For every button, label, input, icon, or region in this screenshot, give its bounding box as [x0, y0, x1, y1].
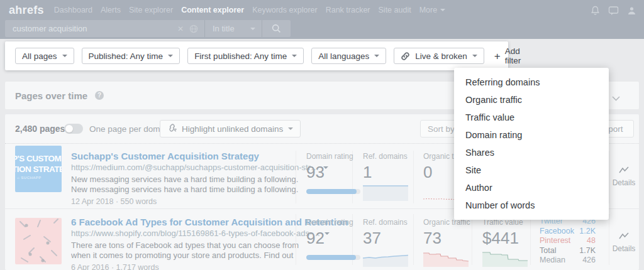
search-bar: customer acquisition ✕ In title [5, 20, 291, 37]
menu-item-shares[interactable]: Shares [454, 144, 609, 161]
menu-item-domain-rating[interactable]: Domain rating [454, 126, 609, 144]
filter-live-broken[interactable]: Live & broken [394, 48, 484, 64]
social-facebook: Facebook1.2K [540, 227, 596, 237]
domain-rating-column: Domain rating 92 [306, 218, 362, 260]
menu-item-site[interactable]: Site [454, 161, 609, 179]
menu-item-number-of-words[interactable]: Number of words [454, 197, 609, 214]
menu-item-traffic-value[interactable]: Traffic value [454, 109, 609, 126]
organic-traffic-value: 73 [423, 229, 479, 247]
filter-language[interactable]: All languages [311, 48, 386, 64]
result-description: New messaging services have a hard time … [71, 175, 301, 195]
one-page-per-domain-toggle[interactable] [64, 124, 83, 134]
search-icon [272, 24, 281, 33]
domain-rating-value: 92 [306, 229, 362, 247]
chevron-down-icon [374, 55, 379, 57]
ref-domains-value: 1 [363, 163, 418, 181]
nav-item-keywords-explorer[interactable]: Keywords explorer [252, 6, 318, 14]
trend-chart-icon [619, 166, 629, 173]
user-icon[interactable] [627, 6, 636, 16]
result-thumbnail[interactable]: P'S CUSTOMERTION STRATEGY ⌂ SUCHAPP [15, 146, 62, 192]
pages-over-time-title: Pages over time [15, 90, 87, 101]
menu-item-referring-domains[interactable]: Referring domains [454, 73, 609, 91]
social-shares-column: Twitter426 Facebook1.2K Pinterest48 Tota… [540, 217, 596, 266]
chevron-down-icon [472, 55, 477, 57]
nav-item-content-explorer[interactable]: Content explorer [181, 6, 244, 14]
broken-link-icon [167, 123, 177, 134]
highlight-unlinked-button[interactable]: Highlight unlinked domains [160, 120, 301, 138]
chevron-down-icon [250, 28, 255, 30]
search-input[interactable]: customer acquisition [5, 24, 177, 33]
social-median: Median426 [540, 256, 596, 266]
ref-domains-sparkline [363, 249, 408, 267]
traffic-value-sparkline [482, 249, 528, 267]
chevron-down-icon [440, 9, 445, 11]
filter-toolbar: All pages Published: Any time First publ… [5, 41, 508, 70]
filter-published[interactable]: Published: Any time [82, 48, 180, 64]
nav-item-site-audit[interactable]: Site audit [379, 6, 411, 14]
clear-search-icon[interactable]: ✕ [177, 24, 184, 33]
chat-icon[interactable] [608, 6, 619, 16]
ref-domains-column: Ref. domains 1 [363, 152, 418, 201]
chevron-down-icon [168, 55, 173, 57]
domain-rating-bar [306, 189, 360, 194]
filter-all-pages[interactable]: All pages [15, 48, 74, 64]
menu-item-author[interactable]: Author [454, 179, 609, 197]
search-button[interactable] [262, 24, 291, 33]
nav-item-alerts[interactable]: Alerts [101, 6, 121, 14]
domain-rating-bar [306, 255, 360, 260]
result-date: 12 Apr 2018 · 550 words [71, 197, 157, 206]
ref-domains-column: Ref. domains 37 [363, 218, 418, 267]
result-date: 6 Apr 2016 · 1,717 words [71, 263, 159, 270]
organic-traffic-sparkline [423, 249, 469, 267]
utensils-pattern [15, 218, 62, 264]
plus-icon: + [494, 51, 501, 62]
globe-icon[interactable] [189, 24, 198, 33]
domain-rating-value: 93 [306, 163, 362, 181]
trend-chart-icon [619, 232, 629, 239]
traffic-value-value: $441 [482, 229, 538, 247]
ahrefs-logo[interactable]: ahrefs [9, 4, 44, 17]
chevron-down-icon [292, 55, 297, 57]
bell-icon[interactable] [591, 6, 600, 16]
domain-rating-column: Domain rating 93 [306, 152, 362, 194]
chevron-down-icon [288, 127, 293, 130]
link-icon [401, 51, 410, 61]
filter-first-published[interactable]: First published: Any time [187, 48, 304, 64]
ref-domains-value: 37 [363, 229, 418, 247]
search-scope-dropdown[interactable]: In title [205, 24, 262, 33]
nav-item-dashboard[interactable]: Dashboard [54, 6, 92, 14]
result-url[interactable]: https://www.shopify.com/blog/115169861-6… [71, 229, 330, 238]
one-page-per-domain-label: One page per domain [89, 124, 172, 134]
add-filter-menu: Referring domains Organic traffic Traffi… [454, 68, 609, 220]
add-filter-button[interactable]: +Add filter [494, 46, 521, 65]
nav-item-more[interactable]: More [419, 6, 445, 14]
details-button[interactable]: Details [609, 230, 639, 253]
result-thumbnail[interactable] [15, 218, 62, 264]
social-pinterest: Pinterest48 [540, 236, 596, 246]
organic-traffic-column: Organic traffic 73 [423, 218, 479, 267]
chevron-down-icon [62, 55, 67, 57]
results-count: 2,480 pages [15, 124, 65, 134]
traffic-value-column: Traffic value $441 [482, 218, 538, 267]
menu-item-organic-traffic[interactable]: Organic traffic [454, 91, 609, 109]
social-total: Total1.7K [540, 246, 596, 256]
result-description: There are tons of Facebook ad types that… [71, 240, 301, 261]
result-title-link[interactable]: Suchapp's Customer Acquisition Strategy [71, 151, 259, 161]
help-icon[interactable]: ? [95, 91, 104, 100]
chevron-down-icon[interactable] [612, 92, 620, 104]
top-navigation-bar: ahrefs Dashboard Alerts Site explorer Co… [0, 0, 644, 39]
details-button[interactable]: Details [609, 165, 639, 187]
main-nav: ahrefs Dashboard Alerts Site explorer Co… [9, 0, 453, 20]
content-explorer-page: ahrefs Dashboard Alerts Site explorer Co… [0, 0, 644, 270]
nav-item-rank-tracker[interactable]: Rank tracker [326, 6, 370, 14]
nav-item-site-explorer[interactable]: Site explorer [129, 6, 173, 14]
top-right-icons [591, 6, 636, 16]
ref-domains-sparkline [363, 183, 408, 201]
result-url[interactable]: https://medium.com/@suchapp/suchapps-cus… [71, 163, 328, 172]
